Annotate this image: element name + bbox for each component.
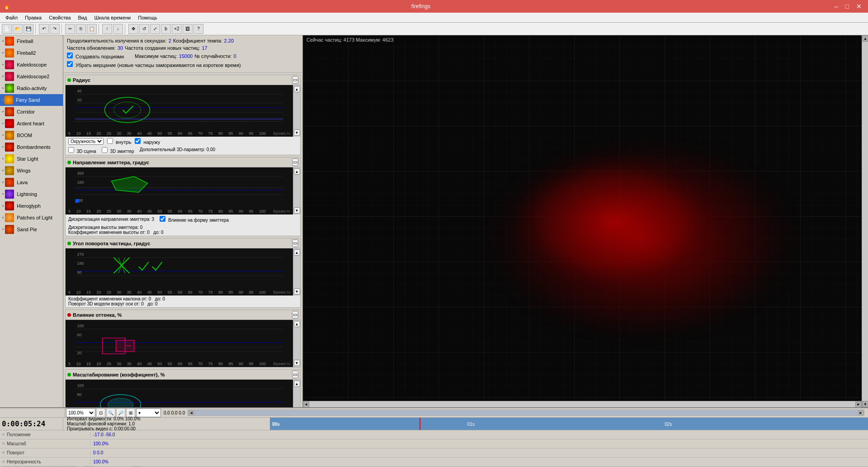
- tb-down[interactable]: ↓: [113, 24, 123, 34]
- duration-value[interactable]: 2: [169, 38, 171, 43]
- menu-edit[interactable]: Правка: [21, 14, 45, 21]
- scale-graph-section: Масштабирование (коэффициент), % ▭ 100 8…: [65, 369, 301, 407]
- svg-text:20: 20: [77, 351, 82, 355]
- emitter-direction-collapse-btn[interactable]: ▭: [292, 158, 298, 166]
- scale-scroll-up[interactable]: ▲: [294, 381, 300, 387]
- new-particles-value[interactable]: 17: [202, 45, 207, 51]
- position-value[interactable]: -17.0 -56.0: [90, 432, 145, 437]
- tb-copy[interactable]: ⎘: [76, 24, 86, 34]
- zoom-select[interactable]: 100.0%: [66, 408, 95, 417]
- emitter-influence-check[interactable]: [160, 216, 165, 222]
- tb-rotate[interactable]: ↺: [139, 24, 149, 34]
- max-particles-value[interactable]: 15000: [179, 53, 193, 59]
- close-button[interactable]: ✕: [854, 2, 864, 11]
- rotation-reset-icon[interactable]: ⟲: [2, 451, 5, 455]
- scale-reset-icon[interactable]: ⟲: [2, 442, 5, 446]
- particle-angle-scroll-down[interactable]: ▼: [294, 288, 300, 295]
- tb-b2[interactable]: ×2: [172, 24, 182, 34]
- timeline-ruler[interactable]: 00s 01s 02s: [270, 418, 868, 430]
- remove-flicker-checkbox-label[interactable]: Убрать мерцание (новые частицы заморажив…: [67, 61, 241, 68]
- create-portions-checkbox[interactable]: [67, 52, 73, 58]
- tb-img[interactable]: 🖼: [183, 24, 193, 34]
- create-portions-checkbox-label[interactable]: Создавать порциями: [67, 52, 124, 59]
- radius-collapse-btn[interactable]: ▭: [292, 76, 298, 84]
- 3d-scene-check[interactable]: [68, 147, 74, 153]
- tb-up[interactable]: ↑: [102, 24, 112, 34]
- menu-help[interactable]: Помощь: [134, 14, 161, 21]
- minimize-button[interactable]: –: [832, 2, 841, 11]
- sidebar-item-kaleidoscope2[interactable]: + Kaleidoscope2: [0, 71, 63, 82]
- viewport-scrollbar-v[interactable]: ▲ ▼: [862, 35, 868, 407]
- hue-influence-collapse-btn[interactable]: ▭: [292, 311, 298, 319]
- sidebar-item-bombardments[interactable]: + Bombardments: [0, 141, 63, 153]
- sidebar-item-sand-pie[interactable]: + Sand Pie: [0, 224, 63, 235]
- tb-open[interactable]: 📂: [13, 24, 23, 34]
- sidebar-item-patches-of-light[interactable]: + Patches of Light: [0, 212, 63, 224]
- emitter-dir-scroll-up[interactable]: ▲: [294, 168, 300, 175]
- particle-angle-dot: [67, 242, 71, 245]
- particle-angle-scroll-up[interactable]: ▲: [294, 249, 300, 256]
- tb-help[interactable]: ?: [193, 24, 203, 34]
- sidebar-item-boom[interactable]: + BOOM: [0, 129, 63, 141]
- tb-redo[interactable]: ↷: [50, 24, 60, 34]
- hue-influence-dot: [67, 313, 71, 317]
- tb-save[interactable]: 💾: [24, 24, 33, 34]
- rotation-value[interactable]: 0 0.0: [90, 450, 145, 455]
- sidebar-item-wings[interactable]: + Wings: [0, 165, 63, 176]
- remove-flicker-checkbox[interactable]: [67, 61, 73, 67]
- tb-paste[interactable]: 📋: [87, 24, 97, 34]
- zoom-fit-btn[interactable]: ⊡: [96, 408, 105, 417]
- emitter-direction-dot: [67, 161, 71, 164]
- emitter-dir-scroll-down[interactable]: ▼: [294, 207, 300, 214]
- sidebar-item-hieroglyph[interactable]: + Hieroglyph: [0, 200, 63, 212]
- sidebar-item-ardent-heart[interactable]: + Ardent heart: [0, 118, 63, 129]
- tb-new[interactable]: 📄: [2, 24, 12, 34]
- menu-file[interactable]: Файл: [2, 14, 21, 21]
- timeline-hscroll[interactable]: ◄ ►: [188, 410, 864, 416]
- tb-b1[interactable]: b: [161, 24, 171, 34]
- opacity-value[interactable]: 100.0%: [90, 459, 145, 464]
- tb-undo[interactable]: ↶: [39, 24, 49, 34]
- radius-graph-title: Радиус: [67, 77, 90, 83]
- hue-scroll-up[interactable]: ▲: [294, 321, 300, 327]
- sidebar-item-corridor[interactable]: + Corridor: [0, 106, 63, 118]
- radius-scroll-down[interactable]: ▼: [294, 129, 300, 136]
- tb-cut[interactable]: ✂: [65, 24, 75, 34]
- zoom-out-btn[interactable]: 🔎: [116, 408, 125, 417]
- zoom-reset-btn[interactable]: ⊞: [126, 408, 135, 417]
- menu-view[interactable]: Вид: [75, 14, 91, 21]
- menu-timeline[interactable]: Шкала времени: [90, 14, 134, 21]
- radius-scroll-up[interactable]: ▲: [294, 86, 300, 92]
- tempo-value[interactable]: 2.20: [224, 38, 234, 43]
- radius-graph-footer: Окружность внутрь наружу: [66, 137, 300, 146]
- sidebar-item-fiery-sand[interactable]: - Fiery Sand: [0, 94, 63, 106]
- sidebar-item-lava[interactable]: + Lava: [0, 176, 63, 188]
- sidebar-item-fireball2[interactable]: + Fireball2: [0, 47, 63, 59]
- sidebar-item-lightning[interactable]: + Lightning: [0, 188, 63, 200]
- viewport-scrollbar-h[interactable]: ◄ ►: [303, 401, 862, 407]
- menu-properties[interactable]: Свойства: [45, 14, 74, 21]
- maximize-button[interactable]: □: [843, 2, 852, 11]
- sidebar-item-fireball[interactable]: + Fireball: [0, 35, 63, 47]
- radius-shape-select[interactable]: Окружность: [68, 138, 104, 145]
- sidebar-item-radio-activity[interactable]: + Radio-activity: [0, 82, 63, 94]
- 3d-emitter-check[interactable]: [102, 147, 108, 153]
- scale-prop-value[interactable]: 100.0%: [90, 441, 145, 446]
- playhead[interactable]: [420, 418, 420, 430]
- radius-graph-canvas: 40 20: [66, 85, 293, 130]
- sidebar-item-kaleidoscope[interactable]: + Kaleidoscope: [0, 59, 63, 71]
- scale-collapse-btn[interactable]: ▭: [292, 371, 298, 378]
- random-value[interactable]: 0: [233, 53, 236, 59]
- zoom-in-btn[interactable]: 🔍: [106, 408, 115, 417]
- opacity-reset-icon[interactable]: ⟲: [2, 460, 5, 464]
- radius-outer-check[interactable]: [135, 138, 141, 144]
- tb-scale[interactable]: ⤢: [150, 24, 160, 34]
- tb-move[interactable]: ✥: [128, 24, 138, 34]
- format-select[interactable]: ▾: [136, 408, 161, 417]
- sidebar-item-star-light[interactable]: + Star Light: [0, 153, 63, 165]
- update-freq-value[interactable]: 30: [118, 45, 123, 51]
- radius-inner-check[interactable]: [107, 138, 113, 144]
- hue-scroll-down[interactable]: ▼: [294, 360, 300, 366]
- particle-angle-collapse-btn[interactable]: ▭: [292, 239, 298, 247]
- position-reset-icon[interactable]: ⟲: [2, 433, 5, 437]
